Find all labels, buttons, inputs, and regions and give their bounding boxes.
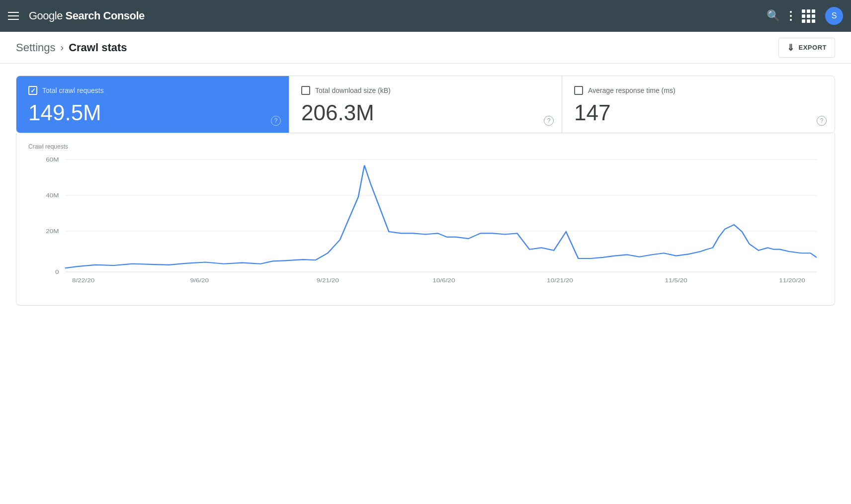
metric-header-response: Average response time (ms): [574, 86, 823, 95]
menu-icon[interactable]: [8, 12, 19, 20]
x-label-1120: 11/20/20: [779, 277, 805, 284]
avatar[interactable]: S: [825, 7, 843, 25]
metric-value-response: 147: [574, 101, 823, 125]
metric-header-crawl: Total crawl requests: [28, 86, 277, 95]
y-label-40m: 40M: [46, 192, 59, 199]
apps-grid-icon[interactable]: [802, 9, 815, 23]
chart-container: Crawl requests 60M 40M 20M 0 8/22/20: [16, 133, 835, 306]
crawl-chart: 60M 40M 20M 0 8/22/20 9/6/20 9/21/20 10/…: [28, 154, 823, 293]
x-label-96: 9/6/20: [190, 277, 209, 284]
checkbox-response[interactable]: [574, 86, 583, 95]
breadcrumb-parent[interactable]: Settings: [16, 41, 56, 54]
breadcrumb-separator: ›: [61, 42, 64, 53]
metric-card-response-time[interactable]: Average response time (ms) 147 ?: [562, 76, 835, 133]
y-label-0: 0: [55, 268, 59, 275]
help-icon-crawl[interactable]: ?: [271, 116, 281, 126]
y-label-60m: 60M: [46, 156, 59, 163]
more-options-icon[interactable]: [790, 11, 792, 21]
export-label: EXPORT: [799, 44, 827, 51]
header-right: 🔍 S: [766, 7, 843, 25]
metric-value-crawl: 149.5M: [28, 101, 277, 125]
y-label-20m: 20M: [46, 228, 59, 235]
header-left: Google Search Console: [8, 9, 145, 22]
metric-cards: Total crawl requests 149.5M ? Total down…: [16, 76, 835, 133]
metric-label-response: Average response time (ms): [588, 86, 676, 94]
export-button[interactable]: ⇓ EXPORT: [778, 38, 835, 58]
metric-card-download-size[interactable]: Total download size (kB) 206.3M ?: [289, 76, 562, 133]
x-label-115: 11/5/20: [665, 277, 687, 284]
metric-value-download: 206.3M: [301, 101, 550, 125]
metric-header-download: Total download size (kB): [301, 86, 550, 95]
metric-label-download: Total download size (kB): [315, 86, 391, 94]
breadcrumb: Settings › Crawl stats: [16, 41, 127, 54]
download-icon: ⇓: [787, 42, 795, 53]
chart-label: Crawl requests: [28, 143, 823, 150]
app-title: Google Search Console: [29, 9, 145, 22]
metric-card-crawl-requests[interactable]: Total crawl requests 149.5M ?: [16, 76, 289, 133]
search-icon[interactable]: 🔍: [766, 9, 780, 22]
chart-line: [65, 166, 817, 268]
app-title-google: Google: [29, 9, 63, 22]
breadcrumb-current: Crawl stats: [69, 41, 127, 54]
metric-label-crawl: Total crawl requests: [42, 86, 104, 94]
main-content: Total crawl requests 149.5M ? Total down…: [0, 64, 851, 318]
chart-wrapper: 60M 40M 20M 0 8/22/20 9/6/20 9/21/20 10/…: [28, 154, 823, 293]
x-label-921: 9/21/20: [317, 277, 339, 284]
breadcrumb-bar: Settings › Crawl stats ⇓ EXPORT: [0, 32, 851, 64]
x-label-106: 10/6/20: [432, 277, 455, 284]
app-title-search-console: Search Console: [66, 9, 145, 22]
checkbox-crawl[interactable]: [28, 86, 37, 95]
help-icon-response[interactable]: ?: [817, 116, 827, 126]
x-label-1021: 10/21/20: [547, 277, 573, 284]
header: Google Search Console 🔍 S: [0, 0, 851, 32]
checkbox-download[interactable]: [301, 86, 310, 95]
help-icon-download[interactable]: ?: [544, 116, 554, 126]
x-label-822: 8/22/20: [72, 277, 94, 284]
